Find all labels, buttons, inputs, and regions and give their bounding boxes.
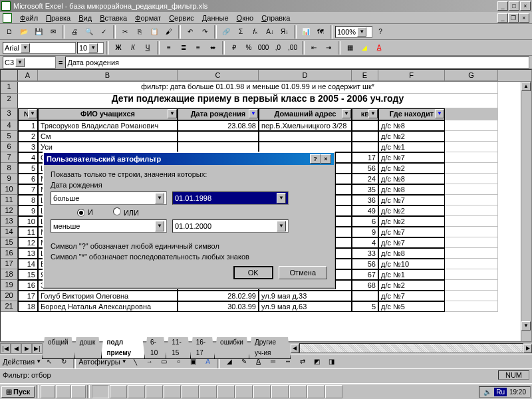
cell-num[interactable]: 18 [18, 301, 38, 312]
cell-kv[interactable] [352, 142, 378, 152]
sheet-title[interactable]: Дети подлежащие приему в первый класс в … [18, 94, 498, 108]
task-app[interactable] [164, 385, 181, 398]
cell-addr[interactable]: пер.Б.Хмельницкого 3/28 [259, 120, 352, 131]
dec-indent-icon[interactable]: ⇤ [307, 41, 321, 55]
cell-kv[interactable] [352, 291, 378, 301]
chevron-down-icon[interactable]: ▼ [21, 43, 30, 53]
task-app[interactable] [200, 385, 217, 398]
cell[interactable] [445, 184, 498, 195]
cell-num[interactable]: 6 [18, 174, 38, 184]
val2-combo[interactable]: 01.01.2000▼ [172, 219, 289, 233]
cell-dob[interactable]: 23.08.98 [178, 120, 259, 131]
cell-num[interactable]: 9 [18, 205, 38, 216]
row-header[interactable]: 16 [1, 248, 18, 259]
cell-where[interactable]: д/с №2 [378, 205, 445, 216]
undo-icon[interactable]: ↶ [184, 25, 197, 39]
minimize-button[interactable]: _ [497, 1, 508, 11]
cell-where[interactable]: д/с №8 [378, 248, 445, 259]
vertical-scrollbar[interactable]: ▲ ▼ [521, 82, 531, 341]
cell[interactable] [445, 205, 498, 216]
cell[interactable] [445, 259, 498, 269]
cell-dob[interactable] [178, 131, 259, 142]
mail-icon[interactable]: ✉ [47, 25, 60, 39]
cell-kv[interactable]: 4 [352, 237, 378, 248]
shadow-icon[interactable]: ◩ [311, 355, 324, 368]
ok-button[interactable]: OK [233, 266, 273, 279]
cell-kv[interactable]: 56 [352, 163, 378, 174]
cell-num[interactable]: 12 [18, 237, 38, 248]
cell-num[interactable]: 3 [18, 142, 38, 152]
row-1[interactable]: 1 [1, 82, 18, 94]
cell-where[interactable]: д/с №2 [378, 216, 445, 227]
cell-kv[interactable] [352, 120, 378, 131]
cell-where[interactable]: д/с №1 [378, 142, 445, 152]
task-app[interactable] [128, 385, 145, 398]
chevron-down-icon[interactable]: ▼ [15, 58, 25, 67]
cell-where[interactable]: д/с №2 [378, 280, 445, 291]
row-2[interactable]: 2 [1, 94, 18, 108]
cell-fio[interactable]: Уси [38, 142, 178, 152]
arrow-style-icon[interactable]: ⇄ [296, 355, 309, 368]
row-header[interactable]: 13 [1, 216, 18, 227]
start-button[interactable]: ⊞ Пуск [1, 386, 35, 398]
tray-icon[interactable]: 🔊 [483, 388, 491, 396]
cell-where[interactable]: д/с №7 [378, 227, 445, 237]
task-app[interactable] [217, 385, 235, 398]
save-icon[interactable]: 💾 [32, 25, 45, 39]
menu-edit[interactable]: Правка [42, 14, 74, 22]
cell[interactable] [445, 248, 498, 259]
cell[interactable] [445, 131, 498, 142]
fill-color-icon[interactable]: ◢ [358, 41, 371, 55]
task-app[interactable] [271, 385, 289, 398]
cell-kv[interactable]: 36 [352, 195, 378, 205]
cell-addr[interactable]: ул.9 мая д.63 [259, 301, 352, 312]
cell-num[interactable]: 7 [18, 184, 38, 195]
col-C[interactable]: C [178, 70, 259, 81]
hdr-where[interactable]: Где находит▼ [378, 108, 445, 120]
cell-where[interactable]: д/с №7 [378, 152, 445, 163]
cell-dob[interactable]: 30.03.99 [178, 301, 259, 312]
col-B[interactable]: B [38, 70, 178, 81]
align-left-icon[interactable]: ≡ [162, 41, 176, 55]
italic-icon[interactable]: К [126, 41, 140, 55]
row-header[interactable]: 12 [1, 205, 18, 216]
task-app[interactable] [182, 385, 199, 398]
cell-num[interactable]: 5 [18, 163, 38, 174]
cell-fio[interactable]: Голуб Виктория Олеговна [38, 291, 178, 301]
cell-num[interactable]: 10 [18, 216, 38, 227]
dialog-close-button[interactable]: × [321, 154, 331, 164]
cell-fio[interactable]: Трясоруков Владислав Романович [38, 120, 178, 131]
align-center-icon[interactable]: ≣ [177, 41, 190, 55]
row-header[interactable]: 11 [1, 195, 18, 205]
menu-window[interactable]: Окно [233, 14, 258, 22]
language-indicator[interactable]: Ru [494, 388, 507, 396]
tab-last-icon[interactable]: ▶| [32, 343, 43, 354]
menu-data[interactable]: Данные [198, 14, 233, 22]
menu-tools[interactable]: Сервис [165, 14, 198, 22]
chevron-down-icon[interactable]: ▼ [357, 27, 366, 37]
cell-where[interactable]: д/с №10 [378, 259, 445, 269]
row-header[interactable]: 5 [1, 131, 18, 142]
cell-num[interactable]: 4 [18, 152, 38, 163]
close-button[interactable]: × [520, 1, 531, 11]
print-icon[interactable]: 🖨 [68, 25, 81, 39]
cell[interactable] [445, 237, 498, 248]
cell[interactable] [445, 163, 498, 174]
col-A[interactable]: A [18, 70, 38, 81]
cell-kv[interactable]: 35 [352, 184, 378, 195]
cell-num[interactable]: 14 [18, 259, 38, 269]
op1-combo[interactable]: больше▼ [51, 192, 167, 205]
hdr-num[interactable]: №▼ [18, 108, 38, 120]
row-header[interactable]: 19 [1, 280, 18, 291]
cell-where[interactable]: д/с №7 [378, 195, 445, 205]
hdr-fio[interactable]: ФИО учащихся▼ [38, 108, 178, 120]
cell[interactable] [445, 280, 498, 291]
cell-where[interactable]: д/с №5 [378, 301, 445, 312]
cell[interactable] [445, 269, 498, 280]
cell-fio[interactable]: Бороед Наталья Александровна [38, 301, 178, 312]
font-color-icon[interactable]: A [372, 41, 386, 55]
menu-format[interactable]: Формат [131, 14, 165, 22]
row-header[interactable]: 21 [1, 301, 18, 312]
filter-dropdown-icon[interactable]: ▼ [168, 109, 177, 118]
cell-where[interactable]: д/с №8 [378, 120, 445, 131]
